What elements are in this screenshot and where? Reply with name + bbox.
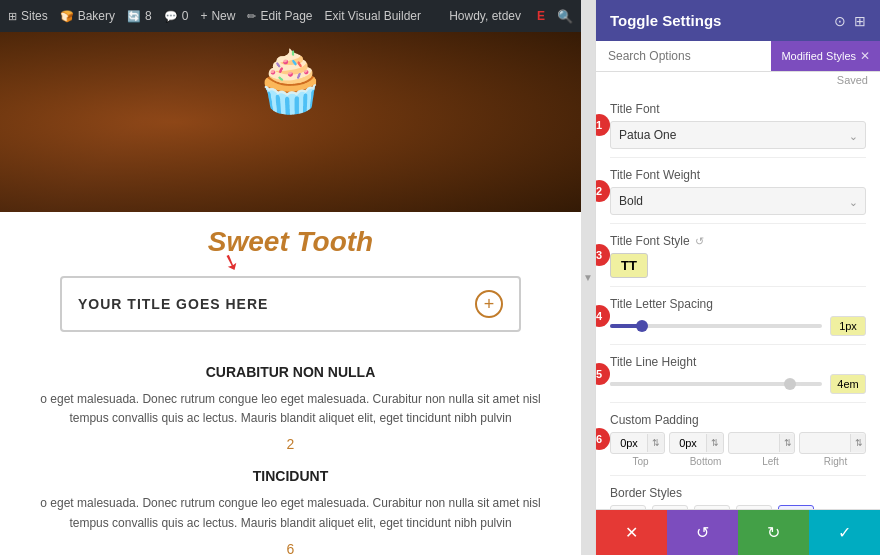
- topbar-howdy: Howdy, etdev: [449, 9, 521, 23]
- font-style-tt-button[interactable]: TT: [610, 253, 648, 278]
- topbar-refresh[interactable]: 🔄 8: [127, 9, 152, 23]
- title-font-style-label: Title Font Style ↺: [610, 234, 866, 248]
- hero-cupcake-icon: 🧁: [253, 52, 328, 112]
- padding-left-input[interactable]: [729, 433, 779, 453]
- border-solid-btn[interactable]: [610, 505, 646, 509]
- reset-button[interactable]: ↺: [667, 510, 738, 555]
- step-5-badge: 5: [596, 363, 610, 385]
- padding-top-input[interactable]: [611, 433, 647, 453]
- step-2-badge: 2: [596, 180, 610, 202]
- custom-padding-label: Custom Padding: [610, 413, 866, 427]
- redo-button[interactable]: ↻: [738, 510, 809, 555]
- padding-left-label: Left: [740, 456, 801, 467]
- section-2-title: TINCIDUNT: [40, 468, 541, 484]
- right-panel: Toggle Settings ⊙ ⊞ Modified Styles ✕ Sa…: [595, 0, 880, 555]
- sites-icon: ⊞: [8, 10, 17, 23]
- lh-fill: [610, 382, 801, 386]
- title-letter-spacing-label: Title Letter Spacing: [610, 297, 866, 311]
- section-2-number: 6: [40, 541, 541, 555]
- topbar-edit-page[interactable]: ✏ Edit Page: [247, 9, 312, 23]
- padding-right-input[interactable]: [800, 433, 850, 453]
- modified-styles-tab[interactable]: Modified Styles ✕: [771, 41, 880, 71]
- slider-thumb[interactable]: [636, 320, 648, 332]
- top-bar: ⊞ Sites 🍞 Bakery 🔄 8 💬 0 + New ✏ Edit Pa…: [0, 0, 581, 32]
- title-font-select[interactable]: Patua One: [610, 121, 866, 149]
- scroll-down-icon: ▼: [583, 272, 593, 283]
- title-letter-spacing-slider-row: 1px: [610, 316, 866, 336]
- panel-settings-icon[interactable]: ⊙: [834, 13, 846, 29]
- topbar-search-icon[interactable]: 🔍: [557, 9, 573, 24]
- padding-bottom-label: Bottom: [675, 456, 736, 467]
- panel-tabs: Modified Styles ✕: [596, 41, 880, 72]
- topbar-sites[interactable]: ⊞ Sites: [8, 9, 48, 23]
- main-content: CURABITUR NON NULLA o eget malesuada. Do…: [0, 348, 581, 555]
- section-1-title: CURABITUR NON NULLA: [40, 364, 541, 380]
- padding-bottom-unit-btn[interactable]: ⇅: [706, 434, 723, 452]
- padding-bottom-input[interactable]: [670, 433, 706, 453]
- title-box-wrapper: ➘ YOUR TITLE GOES HERE +: [0, 268, 581, 348]
- modified-styles-close[interactable]: ✕: [860, 49, 870, 63]
- border-dotted-btn[interactable]: [736, 505, 772, 509]
- lh-thumb[interactable]: [784, 378, 796, 390]
- title-box-text: YOUR TITLE GOES HERE: [78, 296, 268, 312]
- padding-top-wrap: ⇅: [610, 432, 665, 454]
- font-style-buttons: TT: [610, 253, 866, 278]
- title-box[interactable]: ➘ YOUR TITLE GOES HERE +: [60, 276, 521, 332]
- step-3-badge: 3: [596, 244, 610, 266]
- padding-right-unit-btn[interactable]: ⇅: [850, 434, 866, 452]
- comment-icon: 💬: [164, 10, 178, 23]
- padding-right-wrap: ⇅: [799, 432, 866, 454]
- title-line-height-value: 4em: [830, 374, 866, 394]
- search-input[interactable]: [596, 41, 771, 71]
- hero-title: Sweet Tooth: [0, 212, 581, 268]
- title-font-style-setting: 3 Title Font Style ↺ TT: [596, 228, 880, 282]
- bakery-icon: 🍞: [60, 10, 74, 23]
- topbar-exit-builder[interactable]: Exit Visual Builder: [325, 9, 422, 23]
- topbar-new[interactable]: + New: [200, 9, 235, 23]
- save-button[interactable]: ✓: [809, 510, 880, 555]
- title-font-weight-setting: 2 Title Font Weight Bold: [596, 162, 880, 219]
- padding-top-unit-btn[interactable]: ⇅: [647, 434, 664, 452]
- section-2-body: o eget malesuada. Donec rutrum congue le…: [40, 494, 541, 532]
- divider-2: [610, 223, 866, 224]
- topbar-bakery[interactable]: 🍞 Bakery: [60, 9, 115, 23]
- title-font-weight-select-wrapper: Bold: [610, 187, 866, 215]
- section-1-number: 2: [40, 436, 541, 452]
- padding-left-unit-btn[interactable]: ⇅: [779, 434, 795, 452]
- divider-4: [610, 344, 866, 345]
- title-font-label: Title Font: [610, 102, 866, 116]
- border-styles-setting: Border Styles: [596, 480, 880, 509]
- title-line-height-slider-row: 4em: [610, 374, 866, 394]
- border-inside-btn[interactable]: [778, 505, 814, 509]
- title-font-setting: 1 Title Font Patua One: [596, 96, 880, 153]
- title-font-weight-select[interactable]: Bold: [610, 187, 866, 215]
- border-dashed-btn[interactable]: [694, 505, 730, 509]
- title-line-height-track[interactable]: [610, 382, 822, 386]
- border-rounded-btn[interactable]: [652, 505, 688, 509]
- refresh-icon: 🔄: [127, 10, 141, 23]
- padding-inputs-row: ⇅ ⇅ ⇅ ⇅: [610, 432, 866, 454]
- panel-title: Toggle Settings: [610, 12, 721, 29]
- panel-expand-icon[interactable]: ⊞: [854, 13, 866, 29]
- padding-bottom-wrap: ⇅: [669, 432, 724, 454]
- title-letter-spacing-track[interactable]: [610, 324, 822, 328]
- divider-1: [610, 157, 866, 158]
- title-letter-spacing-setting: 4 Title Letter Spacing 1px: [596, 291, 880, 340]
- divider-3: [610, 286, 866, 287]
- panel-header-icons: ⊙ ⊞: [834, 13, 866, 29]
- divider-6: [610, 475, 866, 476]
- scroll-indicator[interactable]: ▼: [581, 0, 595, 555]
- topbar-comments[interactable]: 💬 0: [164, 9, 189, 23]
- topbar-user-badge: E: [537, 9, 545, 23]
- custom-padding-setting: 6 Custom Padding ⇅ ⇅ ⇅: [596, 407, 880, 471]
- panel-header: Toggle Settings ⊙ ⊞: [596, 0, 880, 41]
- title-font-style-reset-icon[interactable]: ↺: [695, 235, 704, 248]
- page-content: 🧁 Sweet Tooth ➘ YOUR TITLE GOES HERE + C…: [0, 32, 581, 555]
- divider-5: [610, 402, 866, 403]
- left-panel: ⊞ Sites 🍞 Bakery 🔄 8 💬 0 + New ✏ Edit Pa…: [0, 0, 581, 555]
- section-1-body: o eget malesuada. Donec rutrum congue le…: [40, 390, 541, 428]
- title-line-height-setting: 5 Title Line Height 4em: [596, 349, 880, 398]
- title-box-add-button[interactable]: +: [475, 290, 503, 318]
- cancel-button[interactable]: ✕: [596, 510, 667, 555]
- hero-image: 🧁: [0, 32, 581, 212]
